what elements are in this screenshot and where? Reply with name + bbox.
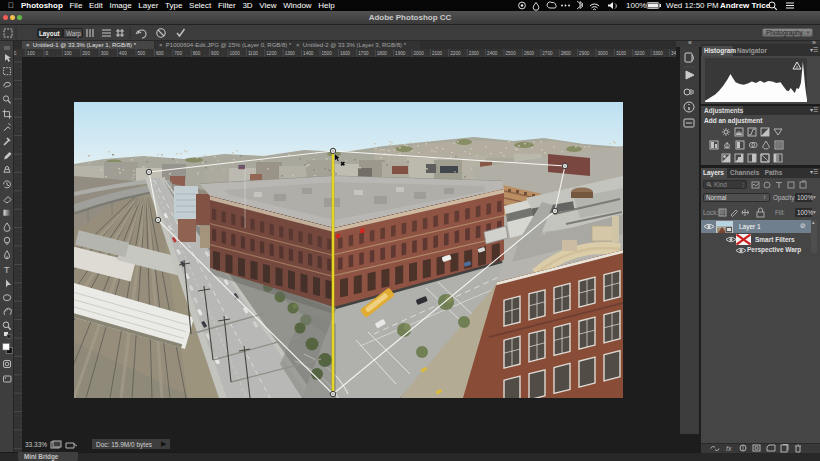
svg-text:1700: 1700 bbox=[358, 50, 369, 55]
svg-text:2000: 2000 bbox=[414, 50, 425, 55]
svg-text:2800: 2800 bbox=[561, 50, 572, 55]
svg-text:2300: 2300 bbox=[469, 50, 480, 55]
svg-text:3100: 3100 bbox=[616, 50, 627, 55]
svg-text:3300: 3300 bbox=[653, 50, 664, 55]
svg-text:2900: 2900 bbox=[579, 50, 590, 55]
svg-text:2400: 2400 bbox=[487, 50, 498, 55]
svg-text:Andrew Trice: Andrew Trice bbox=[720, 1, 771, 10]
svg-text:2200: 2200 bbox=[450, 50, 461, 55]
svg-text:100: 100 bbox=[27, 50, 35, 55]
svg-text:700: 700 bbox=[174, 50, 182, 55]
svg-text:1600: 1600 bbox=[340, 50, 351, 55]
svg-text:1500: 1500 bbox=[322, 50, 333, 55]
svg-text:100: 100 bbox=[64, 50, 72, 55]
svg-text:1800: 1800 bbox=[377, 50, 388, 55]
svg-text:500: 500 bbox=[138, 50, 146, 55]
svg-text:3200: 3200 bbox=[634, 50, 645, 55]
svg-text:400: 400 bbox=[119, 50, 127, 55]
svg-text:2100: 2100 bbox=[432, 50, 443, 55]
svg-text:100%: 100% bbox=[626, 1, 646, 10]
svg-text:800: 800 bbox=[193, 50, 201, 55]
svg-text:600: 600 bbox=[156, 50, 164, 55]
svg-text:200: 200 bbox=[82, 50, 90, 55]
svg-text:2500: 2500 bbox=[506, 50, 517, 55]
svg-text:900: 900 bbox=[211, 50, 219, 55]
svg-text:0: 0 bbox=[46, 50, 49, 55]
svg-text:3400: 3400 bbox=[671, 50, 676, 55]
svg-text:2700: 2700 bbox=[542, 50, 553, 55]
svg-text:1200: 1200 bbox=[266, 50, 277, 55]
svg-text:1100: 1100 bbox=[248, 50, 258, 55]
svg-text:1300: 1300 bbox=[285, 50, 296, 55]
svg-text:1400: 1400 bbox=[303, 50, 314, 55]
svg-text:1900: 1900 bbox=[395, 50, 406, 55]
svg-text:1000: 1000 bbox=[230, 50, 241, 55]
svg-text:2600: 2600 bbox=[524, 50, 535, 55]
svg-text:Wed 12:50 PM: Wed 12:50 PM bbox=[666, 1, 719, 10]
svg-text:300: 300 bbox=[101, 50, 109, 55]
svg-text:3000: 3000 bbox=[598, 50, 609, 55]
svg-text:fx: fx bbox=[726, 445, 732, 452]
svg-text:T: T bbox=[4, 265, 10, 275]
